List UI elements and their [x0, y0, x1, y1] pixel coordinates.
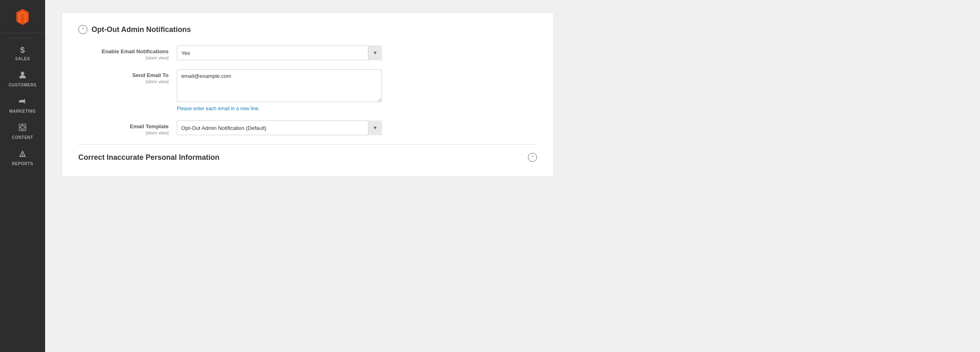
- content-card: ⌃ Opt-Out Admin Notifications Enable Ema…: [62, 12, 554, 177]
- sidebar-item-label: REPORTS: [12, 161, 33, 166]
- email-template-sublabel: [store view]: [78, 130, 169, 135]
- marketing-icon: [18, 97, 27, 107]
- section2-title: Correct Inaccurate Personal Information: [78, 153, 219, 162]
- send-email-label: Send Email To: [78, 72, 169, 78]
- enable-email-label: Enable Email Notifications: [78, 48, 169, 55]
- send-email-control: email@example.com Please enter each emai…: [177, 69, 382, 111]
- sidebar-item-label: MARKETING: [9, 109, 36, 114]
- section1-header: ⌃ Opt-Out Admin Notifications: [78, 25, 537, 34]
- svg-marker-2: [21, 14, 25, 25]
- email-template-label-group: Email Template [store view]: [78, 120, 169, 135]
- enable-email-select[interactable]: Yes No: [177, 45, 382, 60]
- section2-header: Correct Inaccurate Personal Information …: [78, 153, 537, 162]
- send-email-textarea[interactable]: email@example.com: [177, 69, 382, 102]
- section-divider: [78, 144, 537, 145]
- dollar-icon: $: [20, 46, 25, 54]
- content-icon: [18, 123, 27, 133]
- sidebar-item-content[interactable]: CONTENT: [0, 118, 45, 144]
- email-template-select[interactable]: Opt-Out Admin Notification (Default): [177, 120, 382, 135]
- magento-logo-icon: [13, 7, 32, 26]
- svg-rect-4: [19, 124, 26, 131]
- sidebar-item-label: CONTENT: [12, 135, 33, 140]
- enable-email-control: Yes No ▼: [177, 45, 382, 60]
- email-template-control: Opt-Out Admin Notification (Default) ▼: [177, 120, 382, 135]
- enable-email-row: Enable Email Notifications [store view] …: [78, 45, 537, 60]
- sidebar-item-marketing[interactable]: MARKETING: [0, 91, 45, 118]
- sidebar-item-label: CUSTOMERS: [9, 83, 37, 87]
- send-email-sublabel: [store view]: [78, 79, 169, 84]
- enable-email-label-group: Enable Email Notifications [store view]: [78, 45, 169, 60]
- send-email-hint: Please enter each email in a new line.: [177, 106, 382, 111]
- send-email-label-group: Send Email To [store view]: [78, 69, 169, 84]
- sidebar: $ SALES CUSTOMERS MARKETING: [0, 0, 45, 352]
- email-template-label: Email Template: [78, 123, 169, 129]
- svg-rect-5: [21, 126, 24, 129]
- enable-email-select-wrapper: Yes No ▼: [177, 45, 382, 60]
- sidebar-item-reports[interactable]: REPORTS: [0, 144, 45, 170]
- section1-title: Opt-Out Admin Notifications: [91, 25, 191, 34]
- section2-collapse-button[interactable]: ⌃: [528, 153, 537, 162]
- reports-icon: [18, 150, 27, 159]
- sidebar-logo: [0, 0, 45, 33]
- enable-email-sublabel: [store view]: [78, 55, 169, 60]
- send-email-row: Send Email To [store view] email@example…: [78, 69, 537, 111]
- email-template-row: Email Template [store view] Opt-Out Admi…: [78, 120, 537, 135]
- sidebar-item-label: SALES: [15, 57, 30, 61]
- customers-icon: [18, 71, 27, 80]
- email-template-select-wrapper: Opt-Out Admin Notification (Default) ▼: [177, 120, 382, 135]
- sidebar-item-customers[interactable]: CUSTOMERS: [0, 65, 45, 91]
- svg-point-3: [21, 72, 24, 75]
- section1-collapse-button[interactable]: ⌃: [78, 25, 87, 34]
- main-content: ⌃ Opt-Out Admin Notifications Enable Ema…: [45, 0, 980, 352]
- sidebar-divider-top: [9, 38, 36, 39]
- sidebar-item-sales[interactable]: $ SALES: [0, 40, 45, 65]
